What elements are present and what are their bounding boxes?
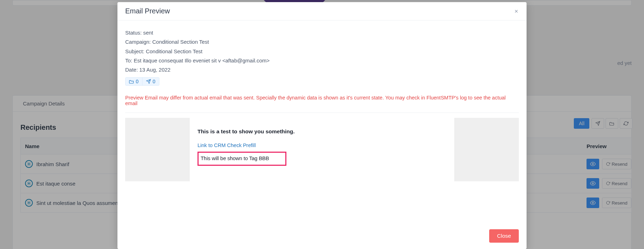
send-count-value: 0 <box>153 79 156 84</box>
meta-date-label: Date: <box>125 67 138 73</box>
conditional-section-highlight: This will be shown to Tag BBB <box>198 152 286 166</box>
meta-campaign-value: Conditional Section Test <box>152 39 209 45</box>
modal-overlay[interactable]: Email Preview Status: sent Campaign: Con… <box>0 0 644 249</box>
divider <box>125 113 519 113</box>
modal-header: Email Preview <box>117 2 527 20</box>
modal-close-button[interactable] <box>514 9 519 14</box>
meta-campaign-label: Campaign: <box>125 39 151 45</box>
folder-icon <box>129 79 134 84</box>
meta-status-value: sent <box>143 30 153 36</box>
meta-status-label: Status: <box>125 30 142 36</box>
meta-subject-label: Subject: <box>125 48 144 54</box>
modal-footer: Close <box>117 224 527 249</box>
stat-badges: 0 0 <box>125 77 159 86</box>
send-count-badge[interactable]: 0 <box>142 78 159 85</box>
email-heading: This is a test to show you something. <box>198 128 446 135</box>
close-icon <box>514 9 519 14</box>
email-preview-modal: Email Preview Status: sent Campaign: Con… <box>117 2 527 249</box>
preview-warning: Preview Email may differ from actual ema… <box>125 95 519 106</box>
folder-count-value: 0 <box>136 79 139 84</box>
folder-count-badge[interactable]: 0 <box>126 78 142 85</box>
meta-to: To: Est itaque consequat Illo eveniet si… <box>125 56 519 65</box>
meta-date-value: 13 Aug, 2022 <box>139 67 170 73</box>
email-body-card: This is a test to show you something. Li… <box>190 118 454 181</box>
meta-subject-value: Conditional Section Test <box>146 48 202 54</box>
meta-status: Status: sent <box>125 28 519 37</box>
modal-title: Email Preview <box>125 7 170 15</box>
meta-to-label: To: <box>125 57 132 63</box>
paper-plane-icon <box>146 79 151 84</box>
meta-campaign: Campaign: Conditional Section Test <box>125 37 519 47</box>
meta-to-value: Est itaque consequat Illo eveniet sit v … <box>134 57 269 63</box>
meta-date: Date: 13 Aug, 2022 <box>125 65 519 74</box>
close-button[interactable]: Close <box>489 229 519 243</box>
email-link[interactable]: Link to CRM Check Prefill <box>198 142 446 148</box>
modal-body: Status: sent Campaign: Conditional Secti… <box>117 20 527 224</box>
email-preview-pane: This is a test to show you something. Li… <box>125 118 519 181</box>
meta-subject: Subject: Conditional Section Test <box>125 47 519 56</box>
